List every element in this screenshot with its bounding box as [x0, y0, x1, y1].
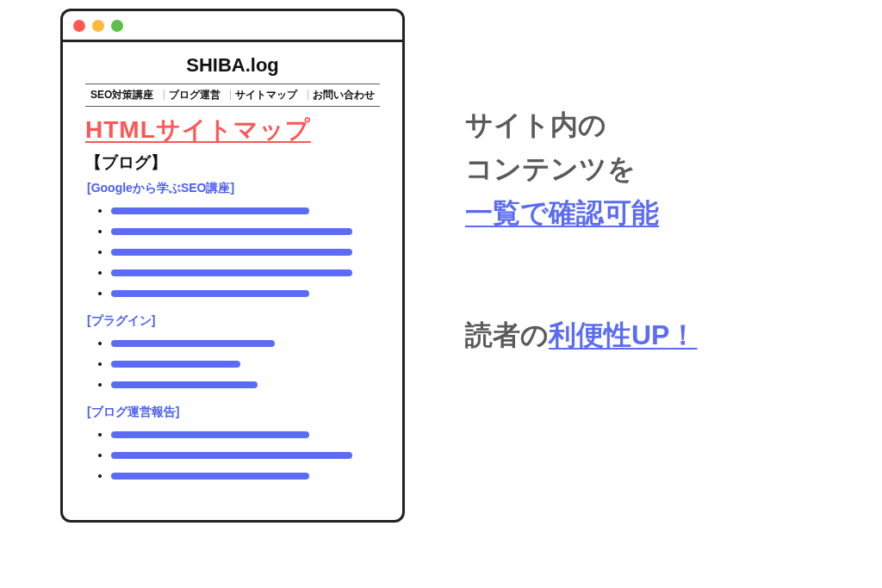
- caption-line-3-highlight: 一覧で確認可能: [465, 197, 659, 228]
- nav-item-contact[interactable]: お問い合わせ: [309, 88, 378, 102]
- link-bar-icon: [111, 249, 352, 256]
- link-list-report: [85, 424, 380, 486]
- list-item[interactable]: [111, 444, 380, 465]
- link-list-plugin: [85, 332, 380, 394]
- list-item[interactable]: [111, 262, 380, 282]
- link-bar-icon: [111, 381, 258, 388]
- nav-item-sitemap[interactable]: サイトマップ: [232, 88, 301, 102]
- minimize-icon: [92, 20, 104, 32]
- section-title-blog: 【ブログ】: [85, 152, 380, 174]
- caption-line-4b-highlight: 利便性UP！: [549, 319, 697, 350]
- list-item[interactable]: [111, 220, 380, 241]
- nav-item-blog[interactable]: ブログ運営: [165, 88, 224, 102]
- list-item[interactable]: [111, 424, 380, 444]
- nav-bar: SEO対策講座 ブログ運営 サイトマップ お問い合わせ: [85, 84, 380, 107]
- close-icon: [73, 20, 85, 32]
- link-bar-icon: [111, 207, 309, 214]
- link-list-seo: [85, 200, 380, 303]
- list-item[interactable]: [111, 465, 380, 486]
- caption-block-1: サイト内の コンテンツを 一覧で確認可能: [465, 103, 697, 236]
- nav-item-seo[interactable]: SEO対策講座: [87, 88, 157, 102]
- list-item[interactable]: [111, 353, 380, 374]
- link-bar-icon: [111, 269, 352, 276]
- site-title: SHIBA.log: [85, 54, 380, 77]
- caption-line-1: サイト内の: [465, 109, 606, 140]
- link-bar-icon: [111, 431, 309, 438]
- browser-frame-mockup: SHIBA.log SEO対策講座 ブログ運営 サイトマップ お問い合わせ HT…: [60, 9, 405, 523]
- link-bar-icon: [111, 473, 309, 480]
- subsection-report[interactable]: [ブログ運営報告]: [85, 405, 380, 420]
- page-content: SHIBA.log SEO対策講座 ブログ運営 サイトマップ お問い合わせ HT…: [63, 42, 402, 520]
- list-item[interactable]: [111, 374, 380, 394]
- subsection-seo[interactable]: [Googleから学ぶSEO講座]: [85, 181, 380, 196]
- caption-line-4a: 読者の: [465, 319, 549, 350]
- link-bar-icon: [111, 290, 309, 297]
- link-bar-icon: [111, 228, 352, 235]
- maximize-icon: [111, 20, 123, 32]
- caption-block-2: 読者の利便性UP！: [465, 313, 697, 357]
- page-heading: HTMLサイトマップ: [85, 114, 380, 146]
- list-item[interactable]: [111, 200, 380, 220]
- caption-line-2: コンテンツを: [465, 153, 636, 184]
- link-bar-icon: [111, 361, 240, 368]
- list-item[interactable]: [111, 241, 380, 262]
- caption-area: サイト内の コンテンツを 一覧で確認可能 読者の利便性UP！: [465, 9, 697, 357]
- list-item[interactable]: [111, 282, 380, 303]
- browser-titlebar: [63, 11, 402, 42]
- link-bar-icon: [111, 452, 352, 459]
- link-bar-icon: [111, 340, 275, 347]
- list-item[interactable]: [111, 332, 380, 353]
- subsection-plugin[interactable]: [プラグイン]: [85, 313, 380, 329]
